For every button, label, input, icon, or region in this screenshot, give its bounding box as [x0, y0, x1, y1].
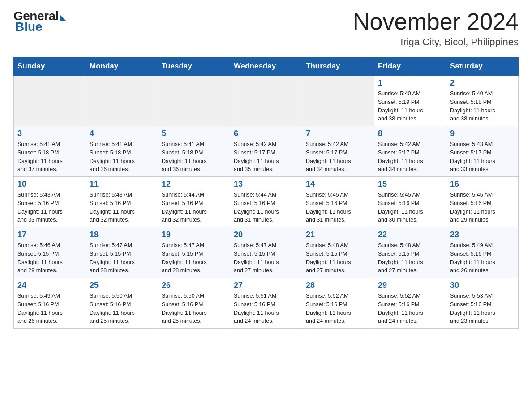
day-number: 12	[162, 180, 226, 189]
day-number: 4	[90, 129, 154, 138]
calendar-cell	[14, 76, 86, 126]
day-number: 5	[162, 129, 226, 138]
calendar-cell: 3Sunrise: 5:41 AMSunset: 5:18 PMDaylight…	[14, 126, 86, 177]
calendar-week-3: 10Sunrise: 5:43 AMSunset: 5:16 PMDayligh…	[14, 177, 519, 227]
calendar-cell: 20Sunrise: 5:47 AMSunset: 5:15 PMDayligh…	[230, 227, 302, 278]
day-info: Sunrise: 5:41 AMSunset: 5:18 PMDaylight:…	[162, 140, 226, 174]
calendar-cell	[302, 76, 374, 126]
month-title: November 2024	[353, 9, 519, 34]
calendar-cell: 23Sunrise: 5:49 AMSunset: 5:16 PMDayligh…	[446, 227, 519, 278]
logo-blue-text: Blue	[15, 20, 43, 34]
calendar-cell: 2Sunrise: 5:40 AMSunset: 5:18 PMDaylight…	[446, 76, 519, 126]
calendar-cell: 28Sunrise: 5:52 AMSunset: 5:16 PMDayligh…	[302, 278, 374, 329]
day-info: Sunrise: 5:40 AMSunset: 5:18 PMDaylight:…	[450, 90, 515, 123]
header-saturday: Saturday	[446, 57, 519, 76]
calendar-table: SundayMondayTuesdayWednesdayThursdayFrid…	[13, 57, 519, 329]
day-number: 6	[234, 129, 298, 138]
day-number: 18	[90, 230, 154, 240]
calendar-cell: 22Sunrise: 5:48 AMSunset: 5:15 PMDayligh…	[374, 227, 446, 278]
calendar-cell	[158, 76, 230, 126]
day-number: 10	[17, 180, 82, 189]
title-block: November 2024 Iriga City, Bicol, Philipp…	[353, 9, 519, 48]
calendar-cell: 13Sunrise: 5:44 AMSunset: 5:16 PMDayligh…	[230, 177, 302, 227]
day-number: 13	[234, 180, 298, 189]
day-info: Sunrise: 5:44 AMSunset: 5:16 PMDaylight:…	[162, 191, 226, 224]
day-number: 17	[17, 230, 82, 240]
day-info: Sunrise: 5:51 AMSunset: 5:16 PMDaylight:…	[234, 292, 298, 325]
day-number: 30	[450, 281, 515, 290]
calendar-cell: 11Sunrise: 5:43 AMSunset: 5:16 PMDayligh…	[86, 177, 158, 227]
calendar-cell: 5Sunrise: 5:41 AMSunset: 5:18 PMDaylight…	[158, 126, 230, 177]
day-number: 29	[378, 281, 442, 290]
day-info: Sunrise: 5:41 AMSunset: 5:18 PMDaylight:…	[90, 140, 154, 174]
day-number: 1	[378, 78, 442, 88]
day-number: 8	[378, 129, 442, 138]
day-info: Sunrise: 5:50 AMSunset: 5:16 PMDaylight:…	[90, 292, 154, 325]
calendar-cell: 30Sunrise: 5:53 AMSunset: 5:16 PMDayligh…	[446, 278, 519, 329]
day-number: 28	[306, 281, 370, 290]
day-number: 22	[378, 230, 442, 240]
calendar-cell: 6Sunrise: 5:42 AMSunset: 5:17 PMDaylight…	[230, 126, 302, 177]
calendar-cell: 19Sunrise: 5:47 AMSunset: 5:15 PMDayligh…	[158, 227, 230, 278]
calendar-header-row: SundayMondayTuesdayWednesdayThursdayFrid…	[14, 57, 519, 76]
day-info: Sunrise: 5:53 AMSunset: 5:16 PMDaylight:…	[450, 292, 515, 325]
logo: General Blue	[13, 9, 66, 34]
calendar-cell: 8Sunrise: 5:42 AMSunset: 5:17 PMDaylight…	[374, 126, 446, 177]
day-number: 9	[450, 129, 515, 138]
day-number: 26	[162, 281, 226, 290]
day-info: Sunrise: 5:52 AMSunset: 5:16 PMDaylight:…	[378, 292, 442, 325]
day-number: 21	[306, 230, 370, 240]
calendar-cell: 25Sunrise: 5:50 AMSunset: 5:16 PMDayligh…	[86, 278, 158, 329]
day-info: Sunrise: 5:46 AMSunset: 5:16 PMDaylight:…	[450, 191, 515, 224]
header-friday: Friday	[374, 57, 446, 76]
calendar-cell: 7Sunrise: 5:42 AMSunset: 5:17 PMDaylight…	[302, 126, 374, 177]
calendar-cell: 12Sunrise: 5:44 AMSunset: 5:16 PMDayligh…	[158, 177, 230, 227]
day-number: 7	[306, 129, 370, 138]
calendar-week-4: 17Sunrise: 5:46 AMSunset: 5:15 PMDayligh…	[14, 227, 519, 278]
calendar-cell	[230, 76, 302, 126]
header-thursday: Thursday	[302, 57, 374, 76]
header-wednesday: Wednesday	[230, 57, 302, 76]
logo-triangle-icon	[60, 14, 66, 21]
day-number: 27	[234, 281, 298, 290]
calendar-cell: 18Sunrise: 5:47 AMSunset: 5:15 PMDayligh…	[86, 227, 158, 278]
day-info: Sunrise: 5:43 AMSunset: 5:16 PMDaylight:…	[17, 191, 82, 224]
day-number: 24	[17, 281, 82, 290]
calendar-cell: 27Sunrise: 5:51 AMSunset: 5:16 PMDayligh…	[230, 278, 302, 329]
day-info: Sunrise: 5:45 AMSunset: 5:16 PMDaylight:…	[306, 191, 370, 224]
page-header: General Blue November 2024 Iriga City, B…	[13, 9, 519, 48]
day-number: 14	[306, 180, 370, 189]
day-info: Sunrise: 5:47 AMSunset: 5:15 PMDaylight:…	[90, 241, 154, 275]
day-info: Sunrise: 5:43 AMSunset: 5:16 PMDaylight:…	[90, 191, 154, 224]
calendar-cell: 14Sunrise: 5:45 AMSunset: 5:16 PMDayligh…	[302, 177, 374, 227]
day-info: Sunrise: 5:44 AMSunset: 5:16 PMDaylight:…	[234, 191, 298, 224]
day-info: Sunrise: 5:42 AMSunset: 5:17 PMDaylight:…	[234, 140, 298, 174]
calendar-cell: 29Sunrise: 5:52 AMSunset: 5:16 PMDayligh…	[374, 278, 446, 329]
day-number: 16	[450, 180, 515, 189]
day-number: 19	[162, 230, 226, 240]
calendar-cell: 26Sunrise: 5:50 AMSunset: 5:16 PMDayligh…	[158, 278, 230, 329]
calendar-cell: 15Sunrise: 5:45 AMSunset: 5:16 PMDayligh…	[374, 177, 446, 227]
day-info: Sunrise: 5:49 AMSunset: 5:16 PMDaylight:…	[17, 292, 82, 325]
day-info: Sunrise: 5:47 AMSunset: 5:15 PMDaylight:…	[162, 241, 226, 275]
calendar-cell: 1Sunrise: 5:40 AMSunset: 5:19 PMDaylight…	[374, 76, 446, 126]
header-tuesday: Tuesday	[158, 57, 230, 76]
day-number: 25	[90, 281, 154, 290]
day-info: Sunrise: 5:40 AMSunset: 5:19 PMDaylight:…	[378, 90, 442, 123]
calendar-week-2: 3Sunrise: 5:41 AMSunset: 5:18 PMDaylight…	[14, 126, 519, 177]
calendar-cell: 10Sunrise: 5:43 AMSunset: 5:16 PMDayligh…	[14, 177, 86, 227]
location-title: Iriga City, Bicol, Philippines	[353, 36, 519, 48]
calendar-cell: 16Sunrise: 5:46 AMSunset: 5:16 PMDayligh…	[446, 177, 519, 227]
day-info: Sunrise: 5:43 AMSunset: 5:17 PMDaylight:…	[450, 140, 515, 174]
header-monday: Monday	[86, 57, 158, 76]
day-number: 15	[378, 180, 442, 189]
day-number: 3	[17, 129, 82, 138]
day-info: Sunrise: 5:42 AMSunset: 5:17 PMDaylight:…	[378, 140, 442, 174]
header-sunday: Sunday	[14, 57, 86, 76]
day-info: Sunrise: 5:49 AMSunset: 5:16 PMDaylight:…	[450, 241, 515, 275]
calendar-week-5: 24Sunrise: 5:49 AMSunset: 5:16 PMDayligh…	[14, 278, 519, 329]
day-info: Sunrise: 5:41 AMSunset: 5:18 PMDaylight:…	[17, 140, 82, 174]
day-info: Sunrise: 5:46 AMSunset: 5:15 PMDaylight:…	[17, 241, 82, 275]
calendar-cell: 4Sunrise: 5:41 AMSunset: 5:18 PMDaylight…	[86, 126, 158, 177]
day-info: Sunrise: 5:45 AMSunset: 5:16 PMDaylight:…	[378, 191, 442, 224]
